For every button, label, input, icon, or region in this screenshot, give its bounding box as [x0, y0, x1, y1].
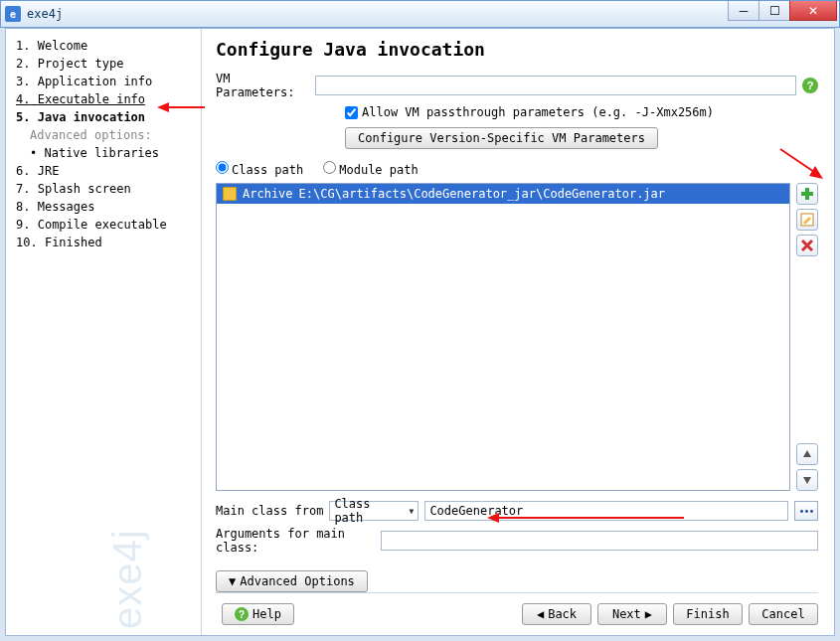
modulepath-radio-label[interactable]: Module path [323, 161, 418, 177]
svg-rect-1 [801, 192, 813, 196]
step-java-invocation[interactable]: 5. Java invocation [16, 108, 191, 126]
arguments-input[interactable] [381, 531, 818, 551]
vm-parameters-input[interactable] [315, 76, 796, 95]
configure-version-specific-button[interactable]: Configure Version-Specific VM Parameters [345, 127, 658, 149]
classpath-list[interactable]: Archive E:\CG\artifacts\CodeGenerator_ja… [216, 183, 790, 491]
modulepath-radio[interactable] [323, 161, 336, 174]
move-down-button[interactable] [796, 469, 818, 491]
advanced-native-libraries[interactable]: • Native libraries [16, 144, 191, 162]
advanced-options-button[interactable]: ▼ Advanced Options [216, 570, 368, 592]
help-button[interactable]: ?Help [222, 603, 294, 625]
vm-parameters-label: VM Parameters: [216, 72, 315, 99]
step-finished[interactable]: 10. Finished [16, 234, 191, 251]
page-title: Configure Java invocation [216, 39, 818, 60]
mainclass-from-label: Main class from [216, 504, 323, 518]
step-splash-screen[interactable]: 7. Splash screen [16, 180, 191, 198]
list-item[interactable]: Archive E:\CG\artifacts\CodeGenerator_ja… [217, 184, 789, 204]
minimize-button[interactable]: ─ [728, 1, 759, 21]
allow-passthrough-checkbox[interactable] [345, 106, 358, 119]
cancel-button[interactable]: Cancel [749, 603, 818, 625]
delete-entry-button[interactable] [796, 235, 818, 256]
finish-button[interactable]: Finish [673, 603, 743, 625]
browse-mainclass-button[interactable]: ••• [794, 501, 818, 521]
mainclass-source-select[interactable]: Class path [329, 501, 419, 521]
jar-icon [223, 187, 237, 201]
classpath-radio[interactable] [216, 161, 229, 174]
edit-entry-button[interactable] [796, 209, 818, 231]
add-entry-button[interactable] [796, 183, 818, 205]
allow-passthrough-label: Allow VM passthrough parameters (e.g. -J… [362, 105, 714, 119]
help-icon-small: ? [235, 607, 249, 621]
mainclass-input[interactable] [424, 501, 788, 521]
window-title: exe4j [27, 7, 63, 21]
titlebar: e exe4j ─ ☐ ✕ [0, 0, 840, 28]
sidebar-watermark: exe4j [105, 529, 150, 629]
maximize-button[interactable]: ☐ [758, 1, 790, 21]
sidebar: 1. Welcome 2. Project type 3. Applicatio… [6, 29, 202, 635]
step-welcome[interactable]: 1. Welcome [16, 37, 191, 55]
advanced-options-label: Advanced options: [16, 126, 191, 144]
help-icon[interactable]: ? [802, 78, 818, 93]
arguments-label: Arguments for main class: [216, 527, 375, 555]
step-application-info[interactable]: 3. Application info [16, 73, 191, 90]
back-button[interactable]: ◀ Back [522, 603, 591, 625]
next-button[interactable]: Next ▶ [597, 603, 667, 625]
step-messages[interactable]: 8. Messages [16, 198, 191, 216]
step-jre[interactable]: 6. JRE [16, 162, 191, 180]
move-up-button[interactable] [796, 443, 818, 465]
step-compile-executable[interactable]: 9. Compile executable [16, 216, 191, 234]
step-executable-info[interactable]: 4. Executable info [16, 90, 191, 108]
step-project-type[interactable]: 2. Project type [16, 55, 191, 73]
close-button[interactable]: ✕ [789, 1, 837, 21]
app-icon: e [5, 6, 21, 22]
classpath-radio-label[interactable]: Class path [216, 161, 303, 177]
